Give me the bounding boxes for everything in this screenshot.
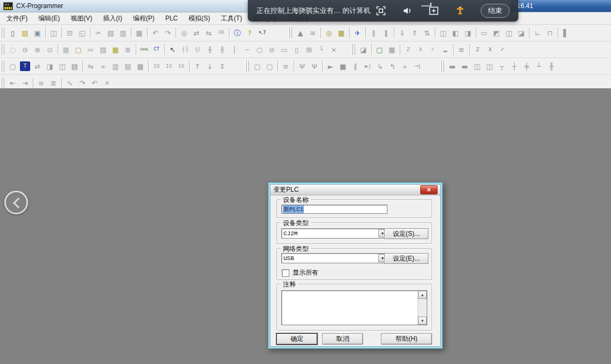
- menu-item-t[interactable]: 工具(T): [216, 12, 247, 25]
- force-off-icon[interactable]: ↷: [76, 77, 88, 89]
- toolbar-grip[interactable]: [1, 61, 5, 72]
- paste-special-icon[interactable]: ▦: [133, 27, 145, 39]
- zoom-in-icon[interactable]: ⊕: [31, 44, 44, 55]
- cascade-windows-icon[interactable]: ▢: [6, 60, 19, 72]
- vertical-line-icon[interactable]: │: [228, 44, 241, 55]
- watch-window-icon[interactable]: ▥: [109, 60, 122, 72]
- bit-state-list-icon[interactable]: ≡: [455, 44, 468, 55]
- pause-monitoring-icon[interactable]: ‖: [367, 27, 380, 39]
- display-hex-icon[interactable]: 16: [175, 60, 188, 72]
- sim-hold-icon[interactable]: Ψ: [296, 60, 308, 72]
- display-decimal-icon[interactable]: 10: [150, 60, 163, 72]
- properties-icon[interactable]: ▤: [68, 60, 81, 72]
- comment-textarea[interactable]: ▲ ▼: [281, 290, 427, 325]
- sim-step-in-icon[interactable]: ↳: [374, 60, 386, 72]
- replace-all-icon[interactable]: ⇆: [203, 27, 215, 39]
- force-on-icon[interactable]: ∿: [64, 77, 76, 89]
- menu-item-f[interactable]: 文件(F): [1, 12, 33, 25]
- transfer-window-icon[interactable]: ⇄: [31, 60, 44, 72]
- comment-note-icon[interactable]: ▢: [72, 44, 85, 55]
- zoom-out-icon[interactable]: ⊖: [19, 44, 31, 55]
- plc-diagnostics-icon[interactable]: ▦: [335, 27, 348, 39]
- select-arrow-icon[interactable]: ↖: [166, 44, 179, 55]
- address-reference-icon[interactable]: ∝: [97, 60, 109, 72]
- monitor-data-x-icon[interactable]: X: [414, 44, 427, 55]
- scroll-down-icon[interactable]: ▼: [418, 317, 427, 325]
- mnemonic-view-icon[interactable]: ≣: [122, 44, 134, 55]
- help-icon[interactable]: ?: [244, 27, 256, 39]
- copy-icon[interactable]: ▤: [105, 27, 117, 39]
- plc-simulator-icon[interactable]: T: [20, 61, 30, 71]
- diff-up-down-icon[interactable]: ┼: [508, 60, 520, 72]
- align-list-icon[interactable]: ≡: [35, 77, 47, 89]
- display-signed-decimal-icon[interactable]: 10: [163, 60, 175, 72]
- closed-contact-icon[interactable]: ┤/: [191, 44, 204, 55]
- toolbar-grip[interactable]: [1, 27, 5, 38]
- sim-stop-icon[interactable]: ■: [337, 60, 349, 72]
- tile-window-icon[interactable]: ◫: [56, 60, 68, 72]
- compile-check-icon[interactable]: ◫: [47, 27, 60, 39]
- diff-monitor-2-icon[interactable]: ▬: [459, 60, 471, 72]
- context-help-icon[interactable]: ↖?: [256, 27, 268, 39]
- force-cancel-icon[interactable]: ↶: [88, 77, 101, 89]
- monitor-data-z-icon[interactable]: Z: [402, 44, 414, 55]
- or-contact-icon[interactable]: ╫: [204, 44, 216, 55]
- sim-hold-alt-icon[interactable]: Ψ: [308, 60, 321, 72]
- toolbar-grip[interactable]: [352, 44, 356, 55]
- new-coil-icon[interactable]: ○: [253, 44, 266, 55]
- ladder-editor-icon[interactable]: ▦: [109, 44, 122, 55]
- toolbar-grip[interactable]: [289, 27, 293, 38]
- closed-instruction-icon[interactable]: ▯: [290, 44, 303, 55]
- ok-button[interactable]: 确定: [276, 333, 317, 345]
- cut-icon[interactable]: ✂: [92, 27, 105, 39]
- overlay-back-button[interactable]: [4, 191, 28, 214]
- or-closed-contact-icon[interactable]: ╬: [216, 44, 228, 55]
- force-cancel-all-icon[interactable]: ✕: [101, 77, 113, 89]
- compare-window-icon[interactable]: ◨: [44, 60, 56, 72]
- save-file-icon[interactable]: ▣: [31, 27, 44, 39]
- end-session-button[interactable]: 结束: [481, 4, 510, 18]
- line-delete-icon[interactable]: ×: [328, 44, 340, 55]
- menu-item-s[interactable]: 模拟(S): [183, 12, 216, 25]
- monitor-data-check-icon[interactable]: ✓: [427, 44, 439, 55]
- sim-step-out-icon[interactable]: ↰: [386, 60, 399, 72]
- toolbar-grip[interactable]: [1, 78, 5, 88]
- info-icon[interactable]: ⓘ: [231, 27, 244, 39]
- menu-item-p[interactable]: 编程(P): [128, 12, 160, 25]
- diff-both-icon[interactable]: ╪: [520, 60, 533, 72]
- replace-icon[interactable]: ⇄: [190, 27, 203, 39]
- sim-fast-forward-icon[interactable]: »: [399, 60, 411, 72]
- output-window-icon[interactable]: ▤: [122, 60, 134, 72]
- window-view-x-icon[interactable]: X: [484, 44, 496, 55]
- monitor-window-1-icon[interactable]: ◫: [437, 27, 449, 39]
- dialog-titlebar[interactable]: 变更PLC ✕: [270, 185, 440, 195]
- line-connect-icon[interactable]: └: [315, 44, 328, 55]
- indent-right-icon[interactable]: ⇥: [19, 77, 31, 89]
- mnemonic-sma-icon[interactable]: SMA: [138, 44, 150, 55]
- plc-verify-icon[interactable]: ◪: [357, 44, 370, 55]
- upload-from-plc-icon[interactable]: ⇑: [408, 27, 421, 39]
- io-comment-layers-icon[interactable]: ▢: [373, 44, 386, 55]
- open-file-icon[interactable]: ▨: [19, 27, 31, 39]
- sim-window-2-icon[interactable]: ▢: [263, 60, 276, 72]
- network-type-settings-button[interactable]: 设定(E)...: [384, 253, 428, 264]
- undo-icon[interactable]: ↶: [149, 27, 162, 39]
- comment-grid-icon[interactable]: ▦: [386, 44, 398, 55]
- print-preview-icon[interactable]: ◱: [76, 27, 88, 39]
- mode-monitor-icon[interactable]: ◩: [490, 27, 503, 39]
- scroll-up-icon[interactable]: ▲: [418, 291, 427, 299]
- rung-monitor-icon[interactable]: ▤: [97, 44, 109, 55]
- force-reset-icon[interactable]: ↓: [204, 60, 216, 72]
- network-type-select[interactable]: USB ▼: [281, 253, 388, 263]
- work-online-icon[interactable]: ✈: [351, 27, 364, 39]
- window-view-check-icon[interactable]: ✓: [496, 44, 509, 55]
- function-block-icon[interactable]: ⊞: [303, 44, 315, 55]
- close-icon[interactable]: ✕: [420, 185, 438, 194]
- rung-list-icon[interactable]: ≔: [85, 44, 97, 55]
- mode-run-icon[interactable]: ▭: [478, 27, 490, 39]
- cross-reference-icon[interactable]: ⇋: [85, 60, 97, 72]
- zoom-custom-icon[interactable]: ⊙: [44, 44, 56, 55]
- horizontal-line-icon[interactable]: ─: [241, 44, 253, 55]
- diff-set-icon[interactable]: ╫: [545, 60, 558, 72]
- find-diagnostics-icon[interactable]: ◎: [323, 27, 335, 39]
